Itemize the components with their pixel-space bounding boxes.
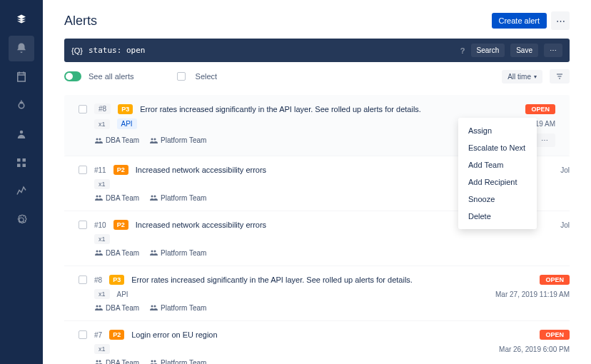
nav-oncall[interactable] — [9, 93, 34, 118]
alert-tag: API — [117, 290, 128, 298]
alert-row[interactable]: #7P2Login error on EU regionOPENx1Mar 26… — [64, 320, 570, 364]
help-icon[interactable]: ? — [460, 46, 465, 55]
team-platform[interactable]: Platform Team — [149, 136, 206, 145]
dropdown-item[interactable]: Escalate to Next — [458, 139, 537, 156]
sidebar — [0, 0, 43, 364]
time-filter-dropdown[interactable]: All time▾ — [502, 70, 542, 84]
dropdown-item[interactable]: Add Recipient — [458, 173, 537, 191]
timestamp: Mar 26, 2019 6:00 PM — [499, 345, 570, 353]
team-platform[interactable]: Platform Team — [149, 248, 206, 257]
select-all-checkbox[interactable] — [177, 72, 186, 81]
alert-tag: API — [117, 118, 137, 129]
status-badge: OPEN — [540, 330, 570, 340]
assignee: Jol — [560, 166, 570, 174]
priority-badge: P2 — [113, 220, 128, 230]
alert-message: Error rates increased significantly in t… — [131, 275, 532, 284]
nav-settings[interactable] — [9, 207, 34, 233]
see-all-toggle[interactable] — [64, 71, 81, 81]
count-badge: x1 — [94, 179, 110, 189]
main-content: Alerts Create alert ⋯ {Q} status: open ?… — [43, 0, 591, 364]
nav-incidents[interactable] — [9, 64, 34, 90]
alert-checkbox[interactable] — [79, 330, 87, 339]
filter-settings-button[interactable] — [550, 69, 570, 84]
dropdown-item[interactable]: Assign — [458, 122, 537, 139]
nav-alerts[interactable] — [9, 36, 34, 61]
team-dba[interactable]: DBA Team — [94, 136, 139, 145]
select-label: Select — [196, 72, 218, 81]
alert-id: #7 — [94, 331, 102, 339]
query-prefix-icon: {Q} — [71, 46, 83, 55]
status-badge: OPEN — [540, 275, 570, 285]
row-more-button[interactable]: ⋯ — [534, 133, 555, 147]
alert-message: Error rates increased significantly in t… — [140, 105, 518, 113]
team-dba[interactable]: DBA Team — [94, 303, 139, 312]
team-dba[interactable]: DBA Team — [94, 358, 139, 364]
dropdown-item[interactable]: Snooze — [458, 191, 537, 208]
alert-row[interactable]: #8P3Error rates increased significantly … — [64, 266, 570, 320]
alert-id: #8 — [94, 103, 111, 114]
alert-checkbox[interactable] — [79, 105, 87, 113]
alert-id: #11 — [94, 166, 106, 174]
search-more-button[interactable]: ⋯ — [544, 44, 562, 57]
team-platform[interactable]: Platform Team — [149, 358, 206, 364]
team-dba[interactable]: DBA Team — [94, 193, 139, 202]
count-badge: x1 — [94, 234, 110, 244]
logo-icon[interactable] — [9, 7, 34, 33]
team-platform[interactable]: Platform Team — [149, 303, 206, 312]
status-badge: OPEN — [525, 104, 555, 114]
alert-id: #10 — [94, 221, 106, 229]
nav-services[interactable] — [9, 150, 34, 176]
see-all-label: See all alerts — [89, 72, 134, 81]
search-button[interactable]: Search — [471, 44, 505, 57]
priority-badge: P2 — [113, 165, 128, 175]
more-actions-button[interactable]: ⋯ — [551, 11, 570, 30]
priority-badge: P3 — [118, 104, 133, 114]
nav-analytics[interactable] — [9, 178, 34, 204]
timestamp: Mar 27, 2019 11:19 AM — [495, 290, 570, 298]
dropdown-item[interactable]: Add Team — [458, 156, 537, 173]
page-title: Alerts — [64, 14, 97, 29]
alert-checkbox[interactable] — [79, 275, 87, 284]
team-dba[interactable]: DBA Team — [94, 248, 139, 257]
search-query[interactable]: status: open — [89, 46, 455, 55]
nav-team[interactable] — [9, 121, 34, 147]
search-bar[interactable]: {Q} status: open ? Search Save ⋯ — [64, 39, 570, 62]
priority-badge: P2 — [109, 330, 124, 340]
alert-checkbox[interactable] — [79, 166, 87, 174]
team-platform[interactable]: Platform Team — [149, 193, 206, 202]
count-badge: x1 — [94, 289, 110, 299]
alert-message: Login error on EU region — [131, 330, 532, 339]
create-alert-button[interactable]: Create alert — [492, 13, 547, 29]
assignee: Jol — [560, 221, 570, 229]
save-button[interactable]: Save — [510, 44, 538, 57]
priority-badge: P3 — [109, 275, 124, 285]
alert-id: #8 — [94, 276, 102, 284]
dropdown-item[interactable]: Delete — [458, 208, 537, 225]
count-badge: x1 — [94, 344, 110, 354]
actions-dropdown: AssignEscalate to NextAdd TeamAdd Recipi… — [458, 118, 537, 229]
alert-checkbox[interactable] — [79, 221, 87, 229]
count-badge: x1 — [94, 119, 110, 129]
